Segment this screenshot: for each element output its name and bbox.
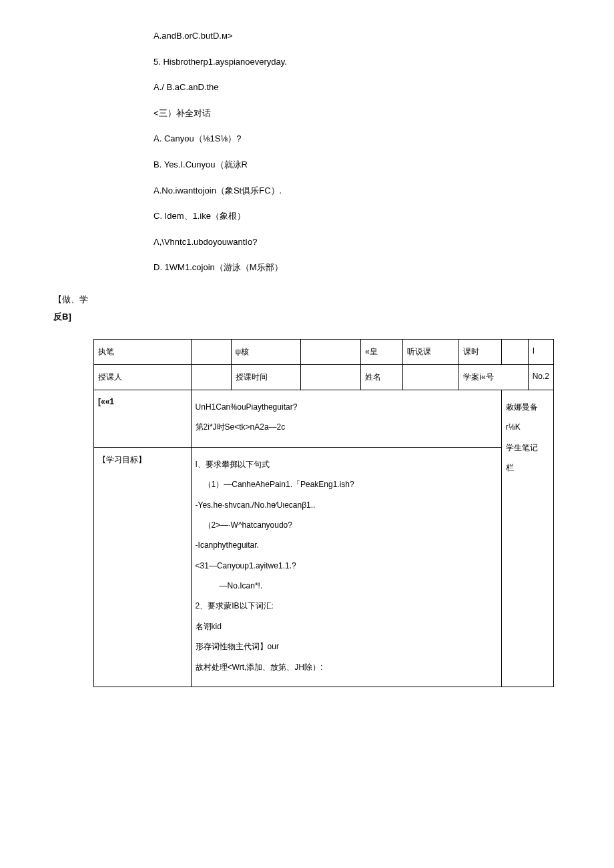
notes-l2: r⅛K: [506, 418, 549, 436]
table-row: 授课人 授课时间 姓名 学案i«号 No.2: [94, 364, 554, 390]
cell-planno-label: 学案i«号: [459, 364, 528, 390]
obj-l2: （1）—CanheAhePain1.「PeakEng1.ish?: [196, 476, 497, 493]
cell-objectives-label: 【学习目标】: [94, 447, 192, 687]
q5-stem: 5. Hisbrotherp1.ayspianoeveryday.: [154, 53, 574, 72]
cell-notes-column: 敕娜曼备 r⅛K 学生笔记 栏: [501, 390, 553, 687]
cell-objectives-content: I、要求攀掷以下句式 （1）—CanheAhePain1.「PeakEng1.i…: [191, 447, 501, 687]
obj-l3: -Yes.he∙shvcan./No.he∕Uιecanβ1..: [196, 496, 497, 514]
cell-teacher-value: [191, 364, 231, 390]
exercise-top: A.andB.orC.butD.м> 5. Hisbrotherp1.ayspi…: [40, 27, 574, 278]
dialog-c1: C. Idem、1.ike（象根）: [154, 207, 574, 226]
cell-type-label: «皇: [361, 339, 403, 364]
topic-line2: 第2i*J时Se<tk>nA2a—2c: [196, 418, 497, 436]
cell-planno-value: No.2: [528, 364, 553, 390]
notes-l4: 栏: [506, 459, 549, 476]
cell-topic-content: UnH1Can⅜ouPiaytheguitar? 第2i*J时Se<tk>nA2…: [191, 390, 501, 447]
obj-l5: -Icanphytheguitar.: [196, 536, 497, 554]
q4-options: A.andB.orC.butD.м>: [154, 27, 574, 46]
q5-options: A./ B.aC.anD.the: [154, 78, 574, 97]
obj-l11: 故村处理<Wrt,添加、放第、JH除）:: [196, 659, 497, 676]
obj-l10: 形存词性物主代词】our: [196, 638, 497, 655]
dialog-a1: A. Canyou（⅛1S⅛）?: [154, 129, 574, 149]
cell-review-value: [301, 339, 361, 364]
table-row: 执笔 ψ核 «皇 听说课 课时 I: [94, 339, 554, 364]
notes-l3: 学生笔记: [506, 439, 549, 456]
cell-name-label: 姓名: [361, 364, 403, 390]
cell-review-label: ψ核: [231, 339, 300, 364]
cell-time-label: 授课时间: [231, 364, 300, 390]
obj-l9: 名诩kid: [196, 618, 497, 635]
obj-l8: 2、要求蒙IB以下词汇:: [196, 597, 497, 614]
cell-author-label: 执笔: [94, 339, 192, 364]
obj-l4: （2>—·W^hatcanyoudo?: [196, 516, 497, 534]
obj-l7: —No.Ican*!.: [196, 577, 497, 594]
cell-period-value: [501, 339, 528, 364]
dialog-b1: B. Yes.I.Cunyou（就泳R: [154, 155, 574, 175]
obj-l6: <31—Canyoup1.ayitwe1.1.?: [196, 557, 497, 574]
cell-author-value: [191, 339, 231, 364]
lesson-plan-table: 执笔 ψ核 «皇 听说课 课时 I 授课人 授课时间 姓名 学案i«号 No.2…: [93, 339, 554, 687]
section3-title: <三）补全对话: [154, 104, 574, 123]
note-line1: 【做、学: [53, 291, 574, 308]
cell-type-value: 听说课: [403, 339, 459, 364]
table-row: [««1 UnH1Can⅜ouPiaytheguitar? 第2i*J时Se<t…: [94, 390, 554, 447]
cell-teacher-label: 授课人: [94, 364, 192, 390]
cell-name-value: [403, 364, 459, 390]
cell-topic-label: [««1: [94, 390, 192, 447]
dialog-a2: A.No.iwanttojoin（象St俱乐FC）.: [154, 181, 574, 201]
dialog-d1: D. 1WM1.cojoin（游泳（M乐部）: [154, 258, 574, 278]
cell-period-label: 课时: [459, 339, 501, 364]
table-row: 【学习目标】 I、要求攀掷以下句式 （1）—CanheAhePain1.「Pea…: [94, 447, 554, 687]
obj-l1: I、要求攀掷以下句式: [196, 456, 497, 473]
reflection-note: 【做、学 反B]: [40, 291, 574, 326]
topic-line1: UnH1Can⅜ouPiaytheguitar?: [196, 398, 497, 416]
note-line2: 反B]: [53, 308, 574, 326]
cell-time-value: [301, 364, 361, 390]
dialog-a3: Λ,\Vhntc1.ubdoyouwantIo?: [154, 233, 574, 252]
cell-period-num: I: [528, 339, 553, 364]
notes-l1: 敕娜曼备: [506, 398, 549, 416]
